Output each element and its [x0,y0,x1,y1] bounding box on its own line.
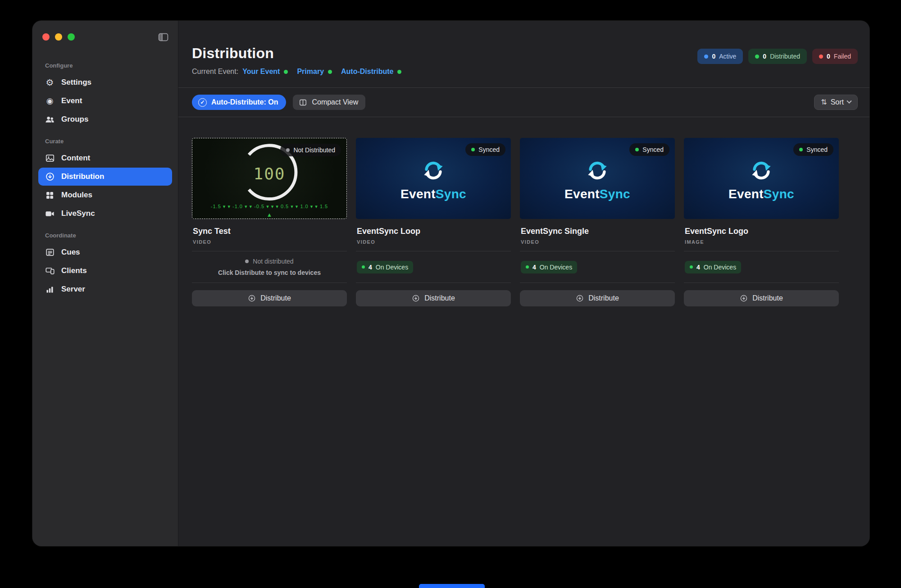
eventsync-thumbnail[interactable]: Synced EventSync [356,138,511,219]
compact-view-button[interactable]: Compact View [293,95,365,110]
card-title: EventSync Loop [357,227,510,236]
sidebar-item-content[interactable]: Content [38,149,172,167]
camera-icon [44,208,55,219]
chevron-down-icon [846,99,851,104]
close-window-button[interactable] [42,33,50,41]
card-status-row: 4 On Devices [684,251,839,283]
card-type: VIDEO [521,239,674,245]
eventsync-thumbnail[interactable]: Synced EventSync [684,138,839,219]
eventsync-logo-icon [747,156,775,184]
content-grid: Not Distributed 100 -1.5 ▾ ▾ -1.0 ▾ ▾ -0… [178,117,869,333]
current-event-name-link[interactable]: Your Event [242,68,280,76]
distribution-status-badge: Synced [793,143,833,156]
card-button-row: Distribute [520,283,675,315]
download-circle-icon [740,294,748,302]
distribution-status-badge: Not Distributed [280,144,341,156]
distribute-button-label: Distribute [752,294,783,302]
gear-icon: ⚙ [44,77,55,88]
card-type: IMAGE [685,239,838,245]
download-circle-icon [412,294,420,302]
device-label: On Devices [376,264,408,271]
devices-dot [362,265,365,269]
status-badges: 0 Active 0 Distributed 0 Failed [697,49,858,64]
sidebar-item-livesync[interactable]: LiveSync [38,205,172,223]
active-count-badge: 0 Active [697,49,743,64]
distribute-button[interactable]: Distribute [192,290,347,306]
status-badge-label: Synced [478,146,500,153]
failed-count-badge: 0 Failed [812,49,858,64]
sidebar-item-cues[interactable]: Cues [38,243,172,261]
card-title: EventSync Single [521,227,674,236]
distribution-status-badge: Synced [629,143,669,156]
card-button-row: Distribute [356,283,511,315]
card-status-row: Not distributed Click Distribute to sync… [192,251,347,283]
background-window-edge [419,584,485,588]
sidebar-section-coordinate: Coordinate [32,223,178,243]
distribute-button[interactable]: Distribute [684,290,839,306]
current-event-row: Current Event: Your Event Primary Auto-D… [192,68,406,76]
synced-dot [799,148,803,151]
list-icon [44,247,55,258]
sidebar-item-label: Content [61,154,90,163]
synced-dot [471,148,475,151]
zoom-window-button[interactable] [68,33,75,41]
download-circle-icon [576,294,584,302]
distribute-button[interactable]: Distribute [520,290,675,306]
status-badge-label: Synced [642,146,664,153]
logo-text-event: Event [728,187,764,201]
active-dot [704,55,708,59]
sidebar-item-server[interactable]: Server [38,280,172,298]
sidebar-item-settings[interactable]: ⚙ Settings [38,73,172,91]
download-circle-icon [248,294,256,302]
distribute-button[interactable]: Distribute [356,290,511,306]
distribute-button-label: Distribute [588,294,619,302]
bars-icon [44,284,55,295]
primary-online-dot [328,70,332,74]
card-status-row: 4 On Devices [356,251,511,283]
card-type: VIDEO [193,239,346,245]
distributed-count-badge: 0 Distributed [748,49,807,64]
on-devices-badge: 4 On Devices [521,261,577,273]
sort-button[interactable]: ⇅ Sort [814,95,858,110]
sidebar-toggle-button[interactable] [158,32,169,43]
synced-dot [635,148,639,151]
sidebar-item-groups[interactable]: Groups [38,110,172,128]
sidebar-item-modules[interactable]: Modules [38,186,172,204]
content-card-eventsync-logo: Synced EventSync [684,138,839,315]
sidebar-item-distribution[interactable]: Distribution [38,168,172,186]
sidebar-item-clients[interactable]: Clients [38,262,172,280]
device-label: On Devices [704,264,736,271]
eventsync-thumbnail[interactable]: Synced EventSync [520,138,675,219]
eventsync-logo-icon [419,156,447,184]
sync-marker-icon: ▲ [192,212,346,218]
window-titlebar [32,21,178,53]
sidebar-section-curate: Curate [32,129,178,149]
failed-dot [819,55,823,59]
status-hint: Click Distribute to sync to devices [218,269,321,276]
active-count: 0 [712,53,715,60]
auto-distribute-link[interactable]: Auto-Distribute [341,68,393,76]
sidebar-item-event[interactable]: ◉ Event [38,92,172,110]
traffic-lights [42,33,75,41]
compact-view-label: Compact View [312,98,358,106]
eventsync-logo-text: EventSync [728,187,794,201]
logo-text-event: Event [564,187,600,201]
eventsync-logo-icon [583,156,611,184]
distributed-dot [755,55,759,59]
sync-test-thumbnail[interactable]: Not Distributed 100 -1.5 ▾ ▾ -1.0 ▾ ▾ -0… [192,138,347,219]
device-count: 4 [532,264,536,271]
on-devices-badge: 4 On Devices [685,261,741,273]
card-title-row: EventSync Loop VIDEO [356,219,511,251]
current-event-label: Current Event: [192,68,238,76]
sidebar-section-configure: Configure [32,53,178,73]
card-status-row: 4 On Devices [520,251,675,283]
people-icon [44,114,55,125]
primary-mode-link[interactable]: Primary [297,68,324,76]
status-dot [245,260,249,263]
minimize-window-button[interactable] [55,33,62,41]
app-window: Configure ⚙ Settings ◉ Event Groups [32,21,869,546]
auto-distribute-toggle-button[interactable]: ✓ Auto-Distribute: On [192,95,286,110]
distributed-count: 0 [763,53,766,60]
distribute-button-label: Distribute [260,294,291,302]
sidebar-item-label: Clients [61,266,87,275]
